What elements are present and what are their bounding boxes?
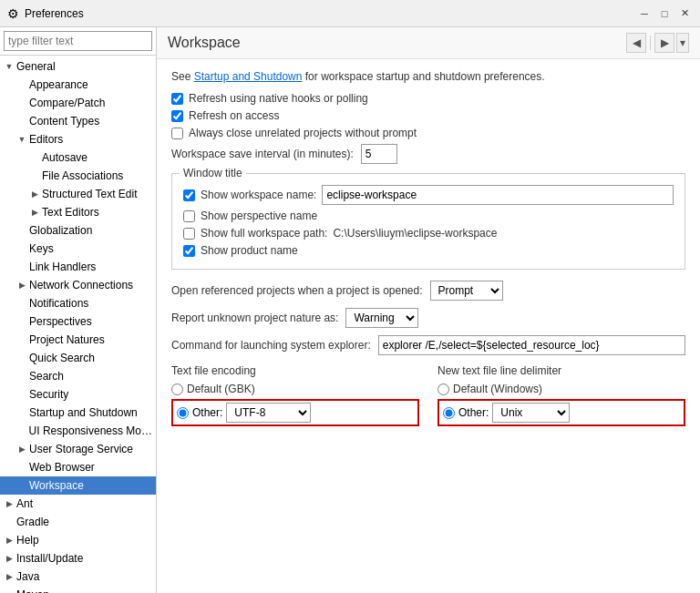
encoding-default-radio[interactable] bbox=[171, 383, 183, 395]
show-product-name-label[interactable]: Show product name bbox=[201, 244, 298, 257]
intro-suffix: for workspace startup and shutdown prefe… bbox=[302, 70, 544, 83]
maximize-button[interactable]: □ bbox=[656, 5, 673, 22]
expander-icon-maven bbox=[4, 589, 15, 593]
minimize-button[interactable]: ─ bbox=[636, 5, 653, 22]
expander-icon-quick-search bbox=[16, 353, 27, 363]
sidebar-item-appearance[interactable]: Appearance bbox=[0, 76, 156, 94]
search-input[interactable] bbox=[4, 31, 152, 51]
expander-icon-gradle bbox=[4, 516, 15, 527]
sidebar-item-compare-patch[interactable]: Compare/Patch bbox=[0, 94, 156, 112]
encoding-other-radio[interactable] bbox=[177, 407, 189, 419]
expander-icon-web-browser bbox=[16, 462, 27, 473]
open-projects-row: Open referenced projects when a project … bbox=[171, 281, 685, 301]
expander-icon-ant: ▶ bbox=[4, 498, 15, 509]
expander-icon-file-associations bbox=[29, 170, 40, 181]
always-close-checkbox[interactable] bbox=[171, 128, 183, 139]
report-unknown-select[interactable]: Warning Error Info Ignore bbox=[345, 308, 418, 328]
show-product-name-checkbox[interactable] bbox=[183, 245, 195, 257]
sidebar-item-autosave[interactable]: Autosave bbox=[0, 148, 156, 167]
sidebar-item-web-browser[interactable]: Web Browser bbox=[0, 458, 156, 476]
sidebar-item-globalization[interactable]: Globalization bbox=[0, 221, 156, 240]
delimiter-default-label[interactable]: Default (Windows) bbox=[453, 383, 542, 395]
encoding-other-select[interactable]: UTF-8 UTF-16 US-ASCII ISO-8859-1 GBK bbox=[226, 403, 311, 423]
expander-icon-notifications bbox=[16, 298, 27, 309]
open-projects-select[interactable]: Prompt Always Never bbox=[430, 281, 503, 301]
show-full-path-checkbox[interactable] bbox=[183, 228, 195, 240]
close-button[interactable]: ✕ bbox=[676, 5, 693, 22]
command-input[interactable] bbox=[378, 335, 685, 355]
encoding-default-label[interactable]: Default (GBK) bbox=[187, 383, 255, 395]
delimiter-default-radio[interactable] bbox=[438, 383, 449, 395]
search-box bbox=[0, 27, 156, 56]
save-interval-input[interactable] bbox=[361, 144, 397, 164]
sidebar-item-link-handlers[interactable]: Link Handlers bbox=[0, 258, 156, 276]
content-body: See Startup and Shutdown for workspace s… bbox=[157, 59, 700, 593]
sidebar-item-label-web-browser: Web Browser bbox=[29, 461, 95, 474]
sidebar-item-notifications[interactable]: Notifications bbox=[0, 294, 156, 312]
sidebar-item-maven[interactable]: Maven bbox=[0, 586, 156, 593]
expander-icon-keys bbox=[16, 243, 27, 254]
show-full-path-label[interactable]: Show full workspace path: bbox=[201, 227, 327, 240]
show-perspective-name-label[interactable]: Show perspective name bbox=[201, 210, 317, 222]
sidebar-item-label-startup-shutdown: Startup and Shutdown bbox=[29, 406, 138, 419]
sidebar-item-label-compare-patch: Compare/Patch bbox=[29, 97, 105, 109]
nav-dropdown-button[interactable]: ▾ bbox=[676, 33, 689, 53]
sidebar-item-label-editors: Editors bbox=[29, 133, 63, 146]
sidebar-item-quick-search[interactable]: Quick Search bbox=[0, 349, 156, 367]
sidebar-item-project-natures[interactable]: Project Natures bbox=[0, 331, 156, 349]
intro-text: See Startup and Shutdown for workspace s… bbox=[171, 70, 685, 83]
sidebar-item-label-project-natures: Project Natures bbox=[29, 333, 105, 346]
always-close-row: Always close unrelated projects without … bbox=[171, 127, 685, 139]
sidebar-item-help[interactable]: ▶Help bbox=[0, 531, 156, 549]
refresh-native-label[interactable]: Refresh using native hooks or polling bbox=[189, 92, 368, 105]
expander-icon-perspectives bbox=[16, 316, 27, 327]
sidebar-item-ui-responsiveness[interactable]: UI Responsiveness Mo… bbox=[0, 422, 156, 440]
sidebar-item-keys[interactable]: Keys bbox=[0, 240, 156, 258]
show-workspace-name-label[interactable]: Show workspace name: bbox=[201, 189, 316, 201]
intro-prefix: See bbox=[171, 70, 194, 83]
sidebar-item-label-maven: Maven bbox=[16, 588, 49, 593]
sidebar-item-perspectives[interactable]: Perspectives bbox=[0, 312, 156, 331]
back-button[interactable]: ◀ bbox=[626, 33, 646, 53]
sidebar-item-network-connections[interactable]: ▶Network Connections bbox=[0, 276, 156, 294]
expander-icon-startup-shutdown bbox=[16, 407, 27, 418]
always-close-label[interactable]: Always close unrelated projects without … bbox=[189, 127, 417, 139]
sidebar-item-search[interactable]: Search bbox=[0, 367, 156, 385]
sidebar-item-install-update[interactable]: ▶Install/Update bbox=[0, 549, 156, 567]
sidebar-item-startup-shutdown[interactable]: Startup and Shutdown bbox=[0, 404, 156, 422]
sidebar-item-security[interactable]: Security bbox=[0, 385, 156, 404]
show-perspective-name-checkbox[interactable] bbox=[183, 210, 195, 222]
sidebar-item-label-structured-text-edit: Structured Text Edit bbox=[42, 188, 138, 200]
sidebar-item-editors[interactable]: ▼Editors bbox=[0, 130, 156, 148]
delimiter-other-select[interactable]: Unix Windows Mac OS X bbox=[492, 403, 570, 423]
workspace-name-input[interactable] bbox=[322, 185, 674, 205]
report-unknown-row: Report unknown project nature as: Warnin… bbox=[171, 308, 685, 328]
delimiter-other-label[interactable]: Other: bbox=[458, 406, 489, 419]
line-delimiter-title: New text file line delimiter bbox=[438, 364, 685, 377]
sidebar-item-file-associations[interactable]: File Associations bbox=[0, 167, 156, 185]
refresh-access-checkbox[interactable] bbox=[171, 110, 183, 122]
sidebar-item-content-types[interactable]: Content Types bbox=[0, 112, 156, 130]
sidebar-item-user-storage[interactable]: ▶User Storage Service bbox=[0, 440, 156, 458]
sidebar-item-workspace[interactable]: Workspace bbox=[0, 476, 156, 495]
delimiter-other-radio[interactable] bbox=[443, 407, 455, 419]
sidebar-item-general[interactable]: ▼General bbox=[0, 57, 156, 76]
window-title-group: Window title Show workspace name: Show p… bbox=[171, 173, 685, 270]
show-workspace-name-checkbox[interactable] bbox=[183, 189, 195, 201]
encoding-other-label[interactable]: Other: bbox=[192, 406, 222, 419]
window-controls: ─ □ ✕ bbox=[636, 5, 693, 22]
refresh-native-checkbox[interactable] bbox=[171, 93, 183, 105]
expander-icon-install-update: ▶ bbox=[4, 553, 15, 564]
sidebar-item-gradle[interactable]: Gradle bbox=[0, 513, 156, 531]
window-title: Preferences bbox=[25, 7, 636, 20]
sidebar-item-text-editors[interactable]: ▶Text Editors bbox=[0, 203, 156, 221]
sidebar-item-label-perspectives: Perspectives bbox=[29, 315, 92, 328]
refresh-access-label[interactable]: Refresh on access bbox=[189, 109, 279, 122]
startup-shutdown-link[interactable]: Startup and Shutdown bbox=[194, 70, 303, 83]
sidebar-item-java[interactable]: ▶Java bbox=[0, 567, 156, 586]
sidebar-item-structured-text-edit[interactable]: ▶Structured Text Edit bbox=[0, 185, 156, 203]
sidebar-item-label-ui-responsiveness: UI Responsiveness Mo… bbox=[29, 424, 152, 437]
forward-button[interactable]: ▶ bbox=[654, 33, 674, 53]
sidebar-item-ant[interactable]: ▶Ant bbox=[0, 495, 156, 513]
sidebar-item-label-help: Help bbox=[16, 534, 39, 547]
